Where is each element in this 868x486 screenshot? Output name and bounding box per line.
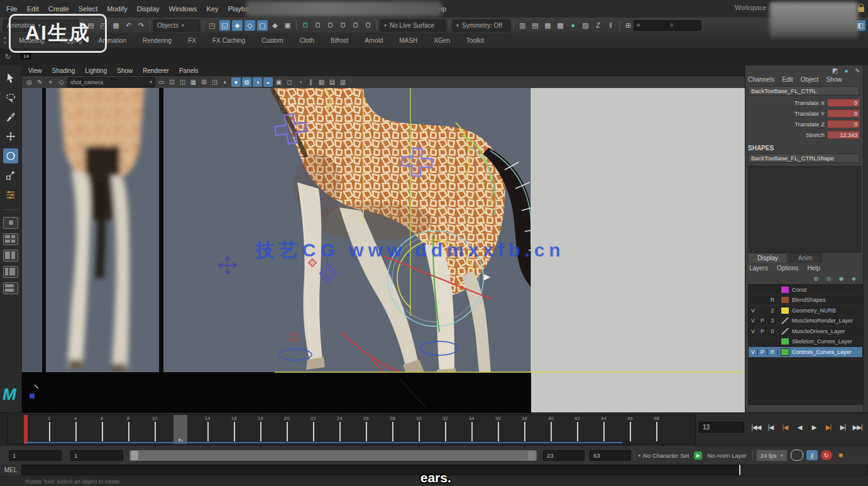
step-back-key-button[interactable]: |◀ xyxy=(778,419,792,434)
select-component-icon[interactable]: ◈ xyxy=(232,20,243,31)
animation-end-field[interactable]: 63 xyxy=(590,450,631,461)
move-layer-down-icon[interactable]: ◎ xyxy=(825,274,833,282)
anim-layer-selector[interactable]: No Anim Layer xyxy=(707,452,746,459)
scale-tool[interactable] xyxy=(3,168,18,183)
lasso-select-tool[interactable] xyxy=(3,90,18,105)
mask-points-icon[interactable]: ◇ xyxy=(244,20,255,31)
Geometry_NURB[interactable]: V 2 Geometry_NURB xyxy=(749,306,862,316)
animation-start-field[interactable]: 1 xyxy=(9,450,62,461)
auto-keyframe-icon[interactable]: ↻ xyxy=(821,450,832,460)
shelf-tab[interactable]: Cloth xyxy=(300,37,314,44)
move-layer-up-icon[interactable]: ◍ xyxy=(812,274,820,282)
menu-item[interactable]: Key xyxy=(206,5,218,13)
lock-icon[interactable] xyxy=(858,7,864,12)
timeline-tick[interactable]: 32 xyxy=(441,415,449,444)
shelf-tab[interactable]: Arnold xyxy=(365,37,383,44)
multisample-icon[interactable]: ∥ xyxy=(306,77,316,87)
save-scene-icon[interactable]: ▦ xyxy=(111,20,121,31)
step-forward-key-button[interactable]: ▶| xyxy=(821,419,835,434)
layer-visibility-toggle[interactable]: V xyxy=(749,307,758,314)
go-to-end-button[interactable]: ▶▶| xyxy=(850,419,864,434)
layer-visibility-toggle[interactable]: V xyxy=(749,318,758,324)
selected-object-name[interactable]: BackToeBase_FL_CTRL xyxy=(748,86,860,96)
show-channel-box-icon[interactable]: ◩ xyxy=(831,67,839,75)
bookmarks-icon[interactable]: ▦ xyxy=(189,77,198,87)
current-frame-field[interactable]: 13 xyxy=(699,422,744,433)
layer-menu-item[interactable]: Layers xyxy=(749,265,768,272)
timeline-tick[interactable]: 24 xyxy=(335,415,344,444)
timeline-tick[interactable]: 38 xyxy=(520,415,529,444)
panel-menu-item[interactable]: Renderer xyxy=(143,67,169,74)
shape-node-name[interactable]: BackToeBase_FL_CTRLShape xyxy=(748,153,860,163)
range-end-handle[interactable] xyxy=(528,451,536,460)
MuscleDrivers_Layer[interactable]: V P 0 MuscleDrivers_Layer xyxy=(749,326,862,337)
command-language-toggle[interactable]: MEL xyxy=(0,467,21,473)
Const[interactable]: Const xyxy=(749,285,862,295)
channel-value-field[interactable]: 0 xyxy=(827,109,860,118)
layer-color-swatch[interactable] xyxy=(781,338,789,345)
shelf-tab[interactable]: XGen xyxy=(434,37,450,44)
menu-item[interactable]: Select xyxy=(79,5,98,13)
ipr-render-icon[interactable]: ▦ xyxy=(542,20,553,31)
step-back-frame-button[interactable]: |◀ xyxy=(764,419,777,434)
camera-selector[interactable]: shot_camera ▾ xyxy=(67,77,155,87)
mask-handles-icon[interactable]: ▢ xyxy=(257,20,268,31)
layer-color-swatch[interactable] xyxy=(781,307,789,314)
timeline-tick[interactable]: 36 xyxy=(493,415,502,444)
panel-menu-item[interactable]: Lighting xyxy=(85,67,107,74)
render-setup-icon[interactable]: ▨ xyxy=(580,20,591,31)
layer-playback-toggle[interactable]: P xyxy=(758,328,767,334)
snap-projected-center-icon[interactable]: Ω xyxy=(338,20,348,31)
grease-pencil-icon[interactable]: ◐ xyxy=(221,77,230,87)
symmetry-field[interactable]: ▾Symmetry: Off xyxy=(453,19,510,31)
play-forwards-button[interactable]: ▶ xyxy=(807,419,821,434)
shelf-tab[interactable]: FX xyxy=(188,37,196,44)
character-set-selector[interactable]: No Character Set xyxy=(643,452,689,459)
move-tool[interactable] xyxy=(3,129,18,144)
render-sequence-icon[interactable]: ▩ xyxy=(555,20,566,31)
render-current-frame-icon[interactable]: ▤ xyxy=(530,20,541,31)
wireframe-icon[interactable]: ● xyxy=(231,77,241,87)
current-time-scrubber[interactable]: ↻ xyxy=(173,415,187,444)
timeline-tick[interactable]: 42 xyxy=(573,415,581,444)
layer-from-selected-icon[interactable]: ◈ xyxy=(850,274,858,282)
go-to-start-button[interactable]: |◀◀ xyxy=(749,419,763,434)
playhead-marker[interactable] xyxy=(24,415,28,444)
layer-displaytype-toggle[interactable]: 0 xyxy=(767,328,778,334)
pause-viewport-icon[interactable]: ‖ xyxy=(605,20,616,31)
shelf-tab[interactable]: Custom xyxy=(261,37,283,44)
cached-playback-toggle[interactable]: ▶ xyxy=(694,451,702,460)
menu-item[interactable]: Modify xyxy=(107,5,127,13)
add-icon[interactable]: + xyxy=(46,77,55,87)
layout-single-pane-button[interactable] xyxy=(3,217,18,229)
MuscleNoRender_Layer[interactable]: V P 3 MuscleNoRender_Layer xyxy=(749,316,862,327)
layer-color-swatch[interactable] xyxy=(781,328,789,335)
screen-space-ao-icon[interactable]: ◻ xyxy=(285,77,294,87)
snap-curve-icon[interactable]: Ω xyxy=(312,20,323,31)
tab-anim[interactable]: Anim xyxy=(789,253,822,263)
image-plane-icon[interactable]: ⊞ xyxy=(199,77,209,87)
snap-point-icon[interactable]: Ω xyxy=(325,20,336,31)
time-slider[interactable]: 2 4 6 8 xyxy=(7,414,696,445)
playback-start-field[interactable]: 1 xyxy=(70,450,123,461)
view-cube-icon[interactable]: ◎ xyxy=(25,77,34,87)
select-hierarchy-icon[interactable]: ◳ xyxy=(207,20,217,31)
rotate-tool[interactable] xyxy=(3,148,18,163)
undo-icon[interactable]: ↶ xyxy=(123,20,134,31)
channel-box-menu-item[interactable]: Show xyxy=(826,76,842,83)
material-viewer-icon[interactable]: ● xyxy=(568,20,578,31)
timeline-tick[interactable]: 8 xyxy=(124,415,133,444)
2d-pan-zoom-icon[interactable]: ◳ xyxy=(210,77,219,87)
input-field-2[interactable]: # xyxy=(667,20,701,31)
layer-playback-toggle[interactable]: P xyxy=(758,349,767,355)
play-backwards-button[interactable]: ◀ xyxy=(793,419,806,434)
timeline-tick[interactable]: 20 xyxy=(282,415,291,444)
paint-select-tool[interactable] xyxy=(3,109,18,124)
layout-outliner-persp-button[interactable] xyxy=(3,266,18,278)
hypershade-icon[interactable]: Z xyxy=(593,20,603,31)
layer-visibility-toggle[interactable]: V xyxy=(749,328,758,334)
layer-displaytype-toggle[interactable]: 2 xyxy=(767,307,778,314)
timeline-tick[interactable]: 48 xyxy=(652,415,661,444)
timeline-tick[interactable]: 26 xyxy=(361,415,370,444)
render-view-icon[interactable]: ▥ xyxy=(517,20,528,31)
